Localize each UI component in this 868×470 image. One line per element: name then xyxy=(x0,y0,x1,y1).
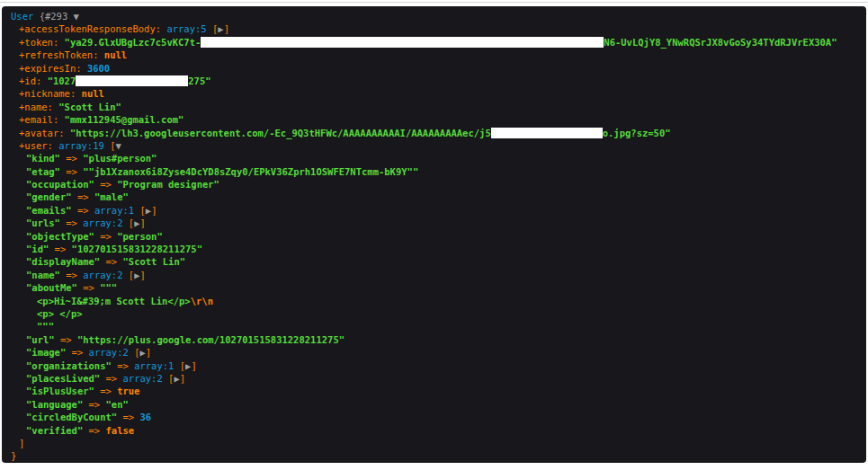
dump-text-key: "circledByCount" xyxy=(26,412,117,422)
dump-line: +accessTokenResponseBody: array:5 [▶] xyxy=(11,22,861,35)
dump-text-key: "id" xyxy=(26,244,49,254)
dump-line: "url" => "https://plus.google.com/102701… xyxy=(11,333,861,346)
dump-text-note: array:5 xyxy=(166,23,206,34)
dump-text-key: "url" xyxy=(26,334,55,345)
dump-text-key: "displayName" xyxy=(26,256,100,267)
dump-text-pun: [ xyxy=(129,347,140,358)
dump-line: "occupation" => "Program designer" xyxy=(11,178,861,191)
dump-line: +id: "1027275" xyxy=(11,75,861,87)
dump-line: "verified" => false xyxy=(11,424,861,437)
dump-text-pub: +email xyxy=(19,114,53,125)
dump-text-pun: [ xyxy=(123,217,135,228)
dump-text-key: "placesLived" xyxy=(26,373,100,384)
dump-text-pun: : xyxy=(48,140,59,151)
dump-line: +user: array:19 [▼ xyxy=(11,139,861,152)
dump-line: "aboutMe" => """ xyxy=(11,281,861,294)
dump-text-pub: +id xyxy=(19,75,36,86)
dump-text-pun: => xyxy=(83,399,105,410)
dump-text-pun: ] xyxy=(180,373,185,384)
dump-text-pun: ] xyxy=(151,205,157,216)
dump-text-str: "en" xyxy=(106,399,129,410)
dump-text-key: "urls" xyxy=(26,217,60,228)
dump-text-pun: => xyxy=(60,166,83,177)
dump-text-cst: true xyxy=(117,386,139,396)
dump-text-key: "objectType" xyxy=(26,231,94,242)
dump-text-pun: => xyxy=(72,205,94,216)
redaction-box xyxy=(201,37,604,48)
dump-text-note: array:19 xyxy=(58,140,104,151)
dump-line: "name" => array:2 [▶] xyxy=(11,269,861,281)
dump-line: User {#293 ▼ xyxy=(11,10,861,22)
dump-text-pun: => xyxy=(100,256,122,267)
dump-text-note: array:2 xyxy=(122,373,162,384)
redaction-box xyxy=(491,128,603,138)
dump-text-key: "etag" xyxy=(26,166,60,177)
dump-text-str: N6-UvLQjY8_YNwRQSrJX8vGoSy34TYdRJVrEX30A… xyxy=(604,37,837,48)
dump-text-pun: : xyxy=(93,49,104,60)
dump-line: "isPlusUser" => true xyxy=(11,385,861,397)
dump-line: +expiresIn: 3600 xyxy=(11,62,861,75)
dump-line: "kind" => "plus#person" xyxy=(11,152,861,164)
dump-line: "circledByCount" => 36 xyxy=(11,411,861,423)
dump-text-str: "person" xyxy=(117,231,163,242)
dump-text-key: "gender" xyxy=(26,191,72,202)
dump-line: "organizations" => array:1 [▶] xyxy=(11,359,861,372)
dump-text-pun: : xyxy=(36,75,48,86)
dump-text-num: 3600 xyxy=(87,63,110,74)
dump-text-str: "Program designer" xyxy=(117,179,219,190)
dump-text-str: <p>Hi~I&#39;m Scott Lin</p> xyxy=(37,296,191,306)
redaction-box xyxy=(76,75,188,86)
collapse-arrow-icon[interactable]: ▼ xyxy=(116,140,121,151)
dump-text-str: <p> </p> xyxy=(37,308,83,319)
dump-text-str: "Scott Lin" xyxy=(122,256,185,267)
dump-text-pun: [ xyxy=(174,360,185,371)
dump-text-pun: [ xyxy=(123,270,135,280)
dump-text-pub: +nickname xyxy=(19,88,70,99)
dump-text-str: """ xyxy=(100,282,117,293)
dump-text-pun: [ xyxy=(134,205,146,216)
dump-text-cst: null xyxy=(82,88,104,99)
page-top-divider xyxy=(0,2,868,3)
dump-text-pun: : xyxy=(70,88,82,99)
dump-line: "emails" => array:1 [▶] xyxy=(11,204,861,217)
dump-text-pun: => xyxy=(100,373,122,384)
dump-line: "id" => "102701515831228211275" xyxy=(11,243,861,255)
dump-text-pun: [ xyxy=(104,140,116,151)
dump-text-pun: => xyxy=(112,360,134,371)
dump-line: <p> </p> xyxy=(11,307,861,320)
dump-text-pun: => xyxy=(49,244,71,254)
dump-text-pub: +name xyxy=(19,102,48,112)
dump-text-pun: => xyxy=(66,347,88,358)
dump-line: "language" => "en" xyxy=(11,398,861,411)
dump-line: +name: "Scott Lin" xyxy=(11,101,861,113)
dump-text-esc: \r\n xyxy=(191,296,213,306)
dump-text-pun: => xyxy=(60,217,83,228)
dump-text-str: """ xyxy=(37,321,54,332)
dump-text-str: 275" xyxy=(188,75,210,86)
dump-line: "objectType" => "person" xyxy=(11,230,861,243)
dump-text-str: ""jb1Xzanox6i8Zyse4DcYD8sZqy0/EPkV36Zprh… xyxy=(83,166,418,177)
dump-line: """ xyxy=(11,320,861,333)
dump-text-str: o.jpg?sz=50" xyxy=(603,128,671,138)
dump-text-pun: ] xyxy=(224,23,229,34)
dump-line: "image" => array:2 [▶] xyxy=(11,346,861,359)
dump-text-pun: ] xyxy=(191,360,196,371)
dump-text-note: array:1 xyxy=(134,360,174,371)
dump-line: "etag" => ""jb1Xzanox6i8Zyse4DcYD8sZqy0/… xyxy=(11,165,861,178)
dump-text-str: "plus#person" xyxy=(83,153,157,164)
dump-text-str: "Scott Lin" xyxy=(58,102,121,112)
dump-text-pun: => xyxy=(94,179,117,190)
collapse-arrow-icon[interactable]: ▼ xyxy=(74,11,79,22)
dump-text-num: 36 xyxy=(139,412,151,422)
dump-line: +avatar: "https://lh3.googleusercontent.… xyxy=(11,127,861,139)
dump-text-key: "image" xyxy=(26,347,66,358)
dump-text-pub: +refreshToken xyxy=(19,49,93,60)
dump-text-note: array:1 xyxy=(94,205,134,216)
dump-line: "displayName" => "Scott Lin" xyxy=(11,255,861,268)
dump-line: "placesLived" => array:2 [▶] xyxy=(11,372,861,385)
dump-text-pun: } xyxy=(11,450,16,461)
dump-text-note: array:2 xyxy=(89,347,129,358)
dump-text-key: "name" xyxy=(26,270,60,280)
dump-text-str: "ya29.GlxUBgLzc7c5vKC7t- xyxy=(65,37,201,48)
dump-line: <p>Hi~I&#39;m Scott Lin</p>\r\n xyxy=(11,295,861,307)
